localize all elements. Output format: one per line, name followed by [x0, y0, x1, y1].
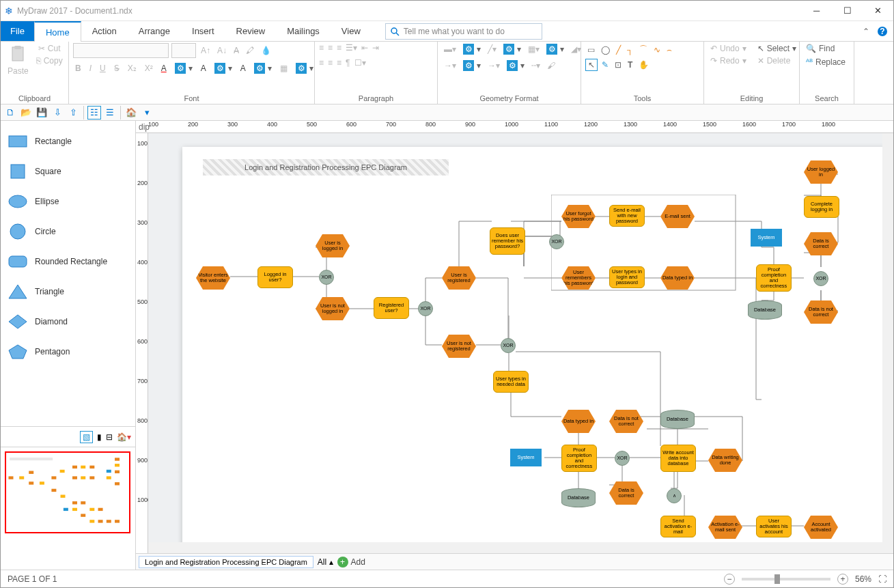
- align-center-button[interactable]: ≡: [328, 43, 333, 53]
- node-remembers[interactable]: User remembers his password: [561, 266, 596, 290]
- qat-save-button[interactable]: 💾: [35, 106, 48, 120]
- bullets-button[interactable]: ☰▾: [346, 43, 357, 53]
- tool-curve2-button[interactable]: ∿: [652, 43, 662, 56]
- geo-paint-button[interactable]: 🖌: [545, 59, 557, 72]
- spacing-button[interactable]: ☐▾: [354, 58, 366, 68]
- tool-pan-button[interactable]: ✋: [637, 59, 651, 70]
- indent-dec-button[interactable]: ⇤: [361, 43, 368, 53]
- node-logged-user[interactable]: Logged in user?: [257, 266, 293, 288]
- geo-arrow1-button[interactable]: →▾: [442, 59, 458, 72]
- geo-shadow-style-button[interactable]: ⚙▾: [544, 43, 566, 55]
- select-button[interactable]: ↖Select▾: [755, 43, 798, 54]
- tool-rect-button[interactable]: ▭: [585, 43, 597, 56]
- node-xor-2[interactable]: XOR: [418, 301, 433, 316]
- node-logged-in[interactable]: User logged in: [804, 160, 838, 184]
- node-proof[interactable]: Proof completion and correctness: [756, 264, 792, 292]
- zoom-level[interactable]: 56%: [855, 574, 871, 584]
- minimize-button[interactable]: ─: [801, 1, 832, 21]
- qat-import-button[interactable]: ⇩: [51, 106, 64, 120]
- view-single-button[interactable]: ▮: [97, 432, 102, 442]
- shape-rectangle[interactable]: Rectangle: [3, 126, 132, 156]
- valign-bot-button[interactable]: ≡: [337, 58, 341, 68]
- page-tab-all[interactable]: All ▴: [318, 557, 333, 567]
- shape-square[interactable]: Square: [3, 156, 132, 186]
- pilcrow-button[interactable]: ¶: [346, 58, 350, 68]
- search-input[interactable]: Tell me what you want to do: [385, 23, 542, 40]
- superscript-button[interactable]: X²: [143, 63, 155, 74]
- node-remember[interactable]: Does user remember his password?: [490, 227, 525, 255]
- tab-review[interactable]: Review: [225, 21, 277, 41]
- page-thumbnail-1[interactable]: [5, 451, 130, 533]
- node-act-sent[interactable]: Activation e-mail sent: [708, 516, 742, 539]
- subscript-button[interactable]: X₂: [126, 63, 139, 74]
- node-types-login[interactable]: User types in login and password: [609, 266, 645, 288]
- underline-button[interactable]: U: [98, 63, 108, 74]
- shrink-font-button[interactable]: A↓: [215, 45, 229, 56]
- align-left-button[interactable]: ≡: [319, 43, 324, 53]
- tool-curve1-button[interactable]: ⌒: [637, 43, 649, 56]
- tool-line2-button[interactable]: ┐: [625, 43, 635, 56]
- tab-arrange[interactable]: Arrange: [128, 21, 181, 41]
- indent-inc-button[interactable]: ⇥: [372, 43, 379, 53]
- fill-style-button[interactable]: ⚙▾: [294, 62, 316, 74]
- node-xor-5[interactable]: XOR: [501, 338, 516, 353]
- undo-button[interactable]: ↶Undo▾: [708, 43, 749, 54]
- eyedropper-button[interactable]: 💧: [259, 45, 273, 56]
- qat-home-button[interactable]: 🏠: [124, 106, 138, 120]
- qat-open-button[interactable]: 📂: [19, 106, 33, 120]
- qat-grid-button[interactable]: ☷: [87, 106, 101, 120]
- qat-dropdown-button[interactable]: ▾: [140, 106, 154, 120]
- tool-pencil-button[interactable]: ✎: [600, 59, 611, 70]
- add-page-button[interactable]: +Add: [337, 557, 365, 568]
- zoom-slider[interactable]: [742, 578, 830, 580]
- font-size-select[interactable]: [171, 43, 196, 58]
- qat-list-button[interactable]: ☰: [103, 106, 117, 120]
- node-correct2[interactable]: Data is correct: [609, 481, 643, 505]
- node-system2[interactable]: System: [510, 449, 542, 466]
- geo-dash-button[interactable]: ╌▾: [529, 59, 542, 72]
- find-button[interactable]: 🔍Find: [804, 43, 850, 54]
- geo-fill-style-button[interactable]: ⚙▾: [461, 43, 483, 55]
- help-button[interactable]: ?: [874, 21, 891, 41]
- node-and[interactable]: ∧: [667, 488, 682, 503]
- collapse-ribbon-button[interactable]: ⌃: [858, 21, 874, 41]
- font-name-select[interactable]: [73, 43, 169, 58]
- node-types-data[interactable]: User types in needed data: [493, 371, 529, 393]
- clear-format-button[interactable]: A̶: [232, 45, 241, 56]
- paste-button[interactable]: Paste: [5, 43, 31, 93]
- delete-button[interactable]: ✕Delete: [755, 55, 793, 66]
- copy-button[interactable]: ⎘Copy: [34, 55, 65, 66]
- node-data-typed[interactable]: Data typed in: [660, 266, 695, 290]
- shape-triangle[interactable]: Triangle: [3, 277, 132, 307]
- node-complete[interactable]: Complete logging in: [804, 196, 839, 218]
- font-style-button[interactable]: ⚙▾: [173, 62, 195, 74]
- shape-rounded-rectangle[interactable]: Rounded Rectangle: [3, 247, 132, 277]
- node-incorrect[interactable]: Data is not correct: [804, 300, 838, 324]
- close-button[interactable]: ✕: [863, 1, 893, 21]
- node-xor-3[interactable]: XOR: [549, 234, 564, 249]
- italic-button[interactable]: I: [87, 63, 94, 74]
- cut-button[interactable]: ✂Cut: [36, 43, 63, 54]
- node-proof2[interactable]: Proof completion and correctness: [561, 445, 597, 472]
- node-send-act[interactable]: Send activation e-mail: [660, 516, 696, 537]
- node-user-logged[interactable]: User is logged in: [316, 234, 350, 257]
- tab-mailings[interactable]: Mailings: [276, 21, 331, 41]
- shape-diamond[interactable]: Diamond: [3, 307, 132, 337]
- zoom-in-button[interactable]: +: [837, 574, 848, 585]
- node-user-registered[interactable]: User is registered: [442, 266, 476, 290]
- node-user-not-registered[interactable]: User is not registered: [442, 335, 476, 358]
- maximize-button[interactable]: ☐: [832, 1, 863, 21]
- zoom-out-button[interactable]: −: [724, 574, 735, 585]
- tab-insert[interactable]: Insert: [181, 21, 225, 41]
- shape-circle[interactable]: Circle: [3, 216, 132, 247]
- diagram-title[interactable]: Login and Registration Processing EPC Di…: [203, 159, 449, 176]
- tab-view[interactable]: View: [331, 21, 372, 41]
- align-right-button[interactable]: ≡: [337, 43, 341, 53]
- strike-button[interactable]: S̶: [112, 63, 122, 74]
- shadow-style-button[interactable]: ⚙▾: [212, 62, 234, 74]
- node-xor-4[interactable]: XOR: [813, 271, 828, 286]
- tab-action[interactable]: Action: [81, 21, 128, 41]
- node-visitor[interactable]: Visitor enters the website: [196, 266, 230, 290]
- node-activated[interactable]: Account activated: [804, 516, 838, 539]
- geo-arrow2-style-button[interactable]: ⚙▾: [505, 59, 527, 72]
